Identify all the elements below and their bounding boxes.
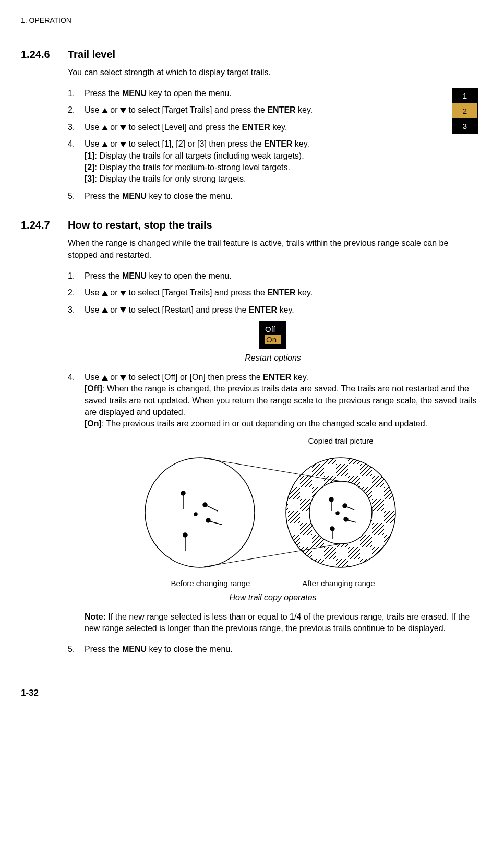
step-num: 1. [68,88,85,99]
t: Press the [85,645,122,653]
step-item: 1. Press the MENU key to open the menu. [68,88,447,99]
svg-point-1 [181,491,185,495]
svg-point-15 [343,504,347,508]
page-header: 1. OPERATION [21,16,478,26]
up-arrow-icon [102,291,108,296]
t: [1] [85,151,95,160]
t: key. [291,373,308,382]
step-num: 4. [68,372,85,383]
t: to select [Target Trails] and press the [126,288,267,297]
step-body: Use or to select [Level] and press the E… [85,122,447,133]
page-number: 1-32 [21,687,478,699]
svg-point-17 [336,512,339,515]
t: key. [277,305,294,314]
down-arrow-icon [120,291,126,296]
t: key to close the menu. [147,192,233,200]
t: ENTER [264,139,292,148]
t: to select [Target Trails] and press the [126,105,267,114]
t: Note: [85,612,106,621]
t: to select [Level] and press the [126,123,242,132]
t: : The previous trails are zoomed in or o… [102,419,427,428]
step-body: Use or to select [Off] or [On] then pres… [85,372,478,430]
step-body: Use or to select [Restart] and press the… [85,304,478,316]
t: Use [85,123,102,132]
t: Press the [85,271,122,280]
t: MENU [122,89,147,98]
down-arrow-icon [120,108,126,113]
restart-on: On [265,335,281,344]
up-arrow-icon [102,307,108,313]
step-body: Press the MENU key to open the menu. [85,88,447,99]
t: If the new range selected is less than o… [85,612,470,633]
step-num: 2. [68,104,85,116]
svg-point-8 [183,533,187,537]
restart-caption: Restart options [68,352,478,364]
up-arrow-icon [102,125,108,130]
section2-step4: 4. Use or to select [Off] or [On] then p… [68,372,478,430]
step-item: 5. Press the MENU key to close the menu. [68,644,478,655]
t: : Display the trails for only strong tar… [95,174,246,183]
trail-copy-diagram [68,453,478,576]
svg-line-7 [210,521,222,525]
t: [On] [85,419,102,428]
svg-point-0 [145,458,255,567]
up-arrow-icon [102,142,108,147]
t: : Display the trails for medium-to-stron… [95,163,290,172]
t: key to open the menu. [147,271,232,280]
t: MENU [122,645,147,653]
step-num: 3. [68,122,85,133]
step-item: 3. Use or to select [Level] and press th… [68,122,447,133]
down-arrow-icon [120,125,126,130]
section-num: 1.24.7 [21,218,68,232]
step-item: 4. Use or to select [Off] or [On] then p… [68,372,478,430]
t: [Off] [85,384,102,393]
step-num: 4. [68,138,85,150]
t: key. [292,139,309,148]
restart-options-box: Off On [68,321,478,349]
t: key to open the menu. [147,89,232,98]
section-heading-trail-level: 1.24.6 Trail level [21,47,478,62]
t: : Display the trails for all targets (in… [95,151,304,160]
down-arrow-icon [120,142,126,147]
t: Press the [85,192,122,200]
section2-step5: 5. Press the MENU key to close the menu. [68,644,478,655]
step-item: 2. Use or to select [Target Trails] and … [68,287,478,299]
t: ENTER [263,373,291,382]
section1-steps: 1. Press the MENU key to open the menu. … [68,88,478,202]
step-body: Press the MENU key to close the menu. [85,644,478,655]
t: key. [296,105,313,114]
t: to select [Restart] and press the [126,305,249,314]
t: MENU [122,192,147,200]
t: : When the range is changed, the previou… [85,384,477,417]
svg-point-13 [329,497,333,502]
step-item: 4. Use or to select [1], [2] or [3] then… [68,138,478,185]
svg-point-18 [344,517,348,521]
step-num: 5. [68,191,85,202]
t: Use [85,305,102,314]
down-arrow-icon [120,375,126,381]
svg-line-4 [207,506,218,511]
t: [2] [85,163,95,172]
svg-point-3 [203,503,207,507]
t: to select [Off] or [On] then press the [126,373,263,382]
step-item: 1. Press the MENU key to open the menu. [68,270,478,282]
section-heading-restart: 1.24.7 How to restart, stop the trails [21,218,478,232]
svg-point-6 [206,518,210,522]
t: to select [1], [2] or [3] then press the [126,139,264,148]
step-num: 5. [68,644,85,655]
section2-intro: When the range is changed while the trai… [68,237,478,261]
t: key. [270,123,287,132]
step-num: 3. [68,304,85,316]
step-body: Use or to select [Target Trails] and pre… [85,104,447,116]
step-item: 3. Use or to select [Restart] and press … [68,304,478,316]
t: Use [85,288,102,297]
section2-steps-a: 1. Press the MENU key to open the menu. … [68,270,478,316]
t: ENTER [267,105,295,114]
diag-caption: How trail copy operates [68,592,478,603]
level-options-box: 1 2 3 [452,88,478,134]
section-title: How to restart, stop the trails [68,218,212,232]
section1-intro: You can select strength at which to disp… [68,67,478,78]
restart-off: Off [265,325,281,334]
svg-point-5 [194,513,197,516]
diag-label-right: After changing range [302,578,375,589]
